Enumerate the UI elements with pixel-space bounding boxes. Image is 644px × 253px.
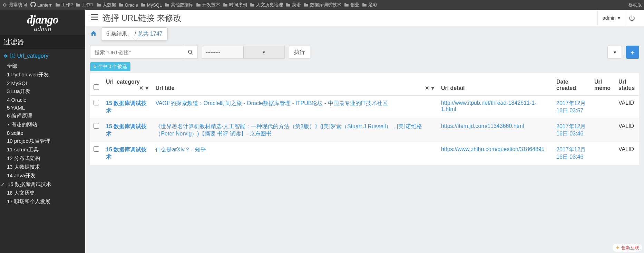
filter-item[interactable]: 11 scrum工具 <box>5 146 85 154</box>
row-date: 2017年12月16日 03:57 <box>556 100 586 113</box>
columns-toggle[interactable]: ▾ <box>607 46 622 59</box>
row-status: VALID <box>615 119 639 142</box>
execute-button[interactable]: 执行 <box>289 46 310 59</box>
filter-item[interactable]: 3 Lua开发 <box>5 87 85 96</box>
filter-item[interactable]: 17 职场和个人发展 <box>5 197 85 206</box>
admin-user-label: admin <box>603 15 616 21</box>
table-row: 15 数据库调试技术什么是arXiv？ - 知乎https://www.zhih… <box>90 142 639 165</box>
bookmark-lantern[interactable]: Lantern <box>37 2 52 8</box>
add-button[interactable]: ＋ <box>626 46 639 59</box>
action-select[interactable]: --------- ▾ <box>202 46 285 59</box>
row-category-link[interactable]: 15 数据库调试技术 <box>106 100 147 113</box>
svg-point-3 <box>188 50 192 53</box>
search-button[interactable] <box>183 46 198 59</box>
filter-group-title: ✲ 以 Url_category <box>0 49 85 62</box>
snowflake-icon: ✲ <box>3 53 8 59</box>
filter-item[interactable]: 7 有趣的网站 <box>5 120 85 129</box>
filter-item[interactable]: 15 数据库调试技术 <box>5 180 85 189</box>
filter-item[interactable]: 5 YAML <box>5 104 85 112</box>
mobile-edition[interactable]: 移动版 <box>628 2 642 8</box>
bookmark-folder[interactable]: 大数据 <box>95 2 117 8</box>
svg-line-4 <box>191 53 193 54</box>
col-url-detail[interactable]: Url detail <box>438 73 553 96</box>
filter-item[interactable]: 8 sqlite <box>5 129 85 137</box>
col-url-memo[interactable]: Url memo <box>591 73 615 96</box>
filter-item[interactable]: 4 Oracle <box>5 96 85 104</box>
col-url-category[interactable]: Url_category ✕▾ <box>103 73 152 96</box>
row-date: 2017年12月16日 03:46 <box>556 123 586 137</box>
home-icon[interactable] <box>90 30 97 38</box>
row-memo <box>591 119 615 142</box>
search-row: --------- ▾ 执行 ▾ ＋ <box>90 46 639 59</box>
row-memo <box>591 96 615 119</box>
settings-gear-icon[interactable]: ⚙ <box>2 2 8 8</box>
select-all-checkbox[interactable] <box>94 84 99 90</box>
col-url-status[interactable]: Url status <box>615 73 639 96</box>
row-detail-link[interactable]: https://item.jd.com/11343660.html <box>441 123 524 129</box>
total-count-link[interactable]: 总共 1747 <box>138 31 163 37</box>
filter-item[interactable]: 1 Python web开发 <box>5 71 85 79</box>
sort-desc-icon[interactable]: ▾ <box>431 85 434 91</box>
watermark-text: 创新互联 <box>621 245 639 251</box>
bookmark-folder[interactable]: 其他数据库 <box>163 2 195 8</box>
svg-rect-0 <box>91 14 98 15</box>
remove-sort-icon[interactable]: ✕ <box>425 85 429 91</box>
bookmark-folder[interactable]: Oracle <box>117 2 139 8</box>
bookmark-folder[interactable]: 创业 <box>343 2 361 8</box>
row-detail-link[interactable]: http://www.itpub.net/thread-1842611-1-1.… <box>441 100 537 112</box>
page-title: 选择 URL链接 来修改 <box>103 12 597 24</box>
table-row: 15 数据库调试技术《世界著名计算机教材精选·人工智能：一种现代的方法（第3版）… <box>90 119 639 142</box>
logout-button[interactable] <box>625 10 638 26</box>
filter-item[interactable]: 13 大数据技术 <box>5 163 85 171</box>
filter-item[interactable]: 14 Java开发 <box>5 171 85 180</box>
row-detail-link[interactable]: https://www.zhihu.com/question/31864895 <box>441 146 545 152</box>
bookmark-folder[interactable]: 开发技术 <box>195 2 222 8</box>
bookmark-folder[interactable]: MySQL <box>139 2 163 8</box>
action-select-value: --------- <box>202 49 243 55</box>
sort-desc-icon[interactable]: ▾ <box>146 85 148 91</box>
bookmark-folder[interactable]: 足彩 <box>361 2 379 8</box>
filter-item[interactable]: 2 MySQL <box>5 79 85 87</box>
filter-item[interactable]: 10 project项目管理 <box>5 137 85 146</box>
main-area: 选择 URL链接 来修改 admin ▾ 6 条结果。 / 总共 1747 <box>85 10 644 253</box>
watermark: ✦ 创新互联 <box>613 244 642 252</box>
filter-item[interactable]: 全部 <box>5 62 85 71</box>
table-row: 15 数据库调试技术VAGE的探索频道：Oracle时间之旅 - Oracle数… <box>90 96 639 119</box>
row-status: VALID <box>615 142 639 165</box>
admin-user-dropdown[interactable]: admin ▾ <box>597 10 625 26</box>
selection-count-badge: 6 个中 0 个被选 <box>90 62 130 71</box>
hamburger-icon[interactable] <box>91 14 98 21</box>
row-checkbox[interactable] <box>94 123 99 129</box>
bookmark-folder[interactable]: 时间序列 <box>222 2 248 8</box>
content: --------- ▾ 执行 ▾ ＋ 6 个中 0 个被选 Url_catego… <box>85 41 644 253</box>
bookmark-folder[interactable]: 工作1 <box>74 2 95 8</box>
row-title-link[interactable]: 什么是arXiv？ - 知乎 <box>155 147 206 152</box>
search-input[interactable] <box>90 46 183 59</box>
bookmark-folder[interactable]: 数据库调试技术 <box>302 2 343 8</box>
results-table: Url_category ✕▾ Url title ✕▾ Url detail … <box>90 73 639 165</box>
table-header-row: Url_category ✕▾ Url title ✕▾ Url detail … <box>90 73 639 96</box>
row-memo <box>591 142 615 165</box>
row-checkbox[interactable] <box>94 146 99 152</box>
col-url-title[interactable]: Url title ✕▾ <box>152 73 438 96</box>
svg-rect-1 <box>91 17 98 18</box>
row-category-link[interactable]: 15 数据库调试技术 <box>106 123 147 137</box>
bookmark-folder[interactable]: 工作2 <box>54 2 74 8</box>
filter-item[interactable]: 12 分布式架构 <box>5 154 85 163</box>
row-category-link[interactable]: 15 数据库调试技术 <box>106 147 147 160</box>
github-icon[interactable] <box>30 2 36 8</box>
col-date-created[interactable]: Date created <box>553 73 591 96</box>
filter-group-label: 以 Url_category <box>10 53 48 60</box>
frequent-visits[interactable]: 最常访问 <box>9 2 27 8</box>
filter-item[interactable]: 16 人文历史 <box>5 189 85 197</box>
row-title-link[interactable]: VAGE的探索频道：Oracle时间之旅 - Oracle数据库管理 - ITP… <box>155 100 388 106</box>
bookmark-folder[interactable]: 英语 <box>284 2 302 8</box>
bookmark-folder[interactable]: 人文历史地理 <box>248 2 284 8</box>
filter-list: 全部1 Python web开发2 MySQL3 Lua开发4 Oracle5 … <box>0 62 85 209</box>
row-checkbox[interactable] <box>94 100 99 105</box>
row-title-link[interactable]: 《世界著名计算机教材精选·人工智能：一种现代的方法（第3版）》([美]罗素（St… <box>155 123 422 137</box>
remove-sort-icon[interactable]: ✕ <box>139 85 144 91</box>
chevron-down-icon[interactable]: ▾ <box>243 46 285 58</box>
caret-down-icon: ▾ <box>618 15 620 21</box>
filter-item[interactable]: 6 编译原理 <box>5 112 85 120</box>
